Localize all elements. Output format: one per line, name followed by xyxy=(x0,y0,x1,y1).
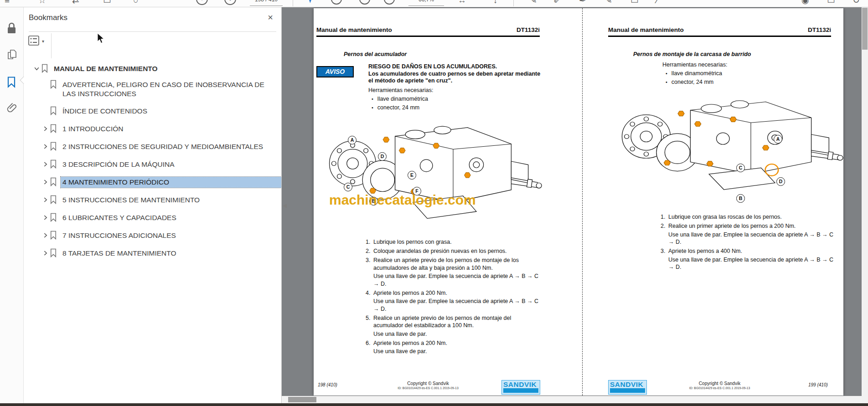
panel-toggle-icon[interactable]: ≡ xyxy=(5,0,10,5)
pages-icon[interactable] xyxy=(6,49,17,62)
bookmarks-icon[interactable] xyxy=(6,76,16,90)
bookmark-label[interactable]: 5 INSTRUCCIONES DE MANTENIMIENTO xyxy=(61,195,202,206)
document-id: ID: BG01014429 es-ES C.001.1 2019-09-13 xyxy=(608,386,831,390)
toolbar-separator xyxy=(293,0,293,6)
draw-icon[interactable]: ✒ xyxy=(579,0,586,5)
bookmark-flag-icon xyxy=(50,141,61,153)
page-left: Manual de mantenimiento DT1132i Pernos d… xyxy=(314,8,582,396)
bookmark-label[interactable]: 6 LUBRICANTES Y CAPACIDADES xyxy=(61,212,178,223)
bookmark-label[interactable]: ÍNDICE DE CONTENIDOS xyxy=(61,106,149,117)
zoom-in-icon[interactable] xyxy=(384,0,395,5)
vertical-scrollbar[interactable] xyxy=(862,7,868,403)
media-icon[interactable]: ▭ xyxy=(827,0,835,5)
print-icon[interactable]: ▭ xyxy=(103,0,111,5)
chevron-icon[interactable] xyxy=(42,177,50,187)
bookmark-label[interactable]: 2 INSTRUCCIONES DE SEGURIDAD Y MEDIOAMBI… xyxy=(61,141,265,152)
step-number: 2. xyxy=(661,222,668,246)
search-icon[interactable]: ○ xyxy=(133,0,138,5)
bookmark-item[interactable]: ÍNDICE DE CONTENIDOS xyxy=(24,106,281,117)
star-icon[interactable]: ☆ xyxy=(38,0,46,5)
sign-icon[interactable]: ✎ xyxy=(605,0,612,5)
step-number: 6. xyxy=(366,339,373,355)
bookmark-label[interactable]: 7 INSTRUCCIONES ADICIONALES xyxy=(61,230,178,241)
step-number: 1. xyxy=(661,213,668,221)
bookmark-item[interactable]: 1 INTRODUCCIÓN xyxy=(24,123,281,135)
chevron-icon[interactable] xyxy=(42,159,50,169)
bookmark-options-button[interactable]: ▾ xyxy=(28,35,48,49)
step-number: 3. xyxy=(366,257,373,288)
notice-badge: AVISO xyxy=(316,66,354,77)
rotate-icon[interactable]: ↻ xyxy=(852,0,860,5)
close-icon[interactable]: × xyxy=(268,12,273,23)
scroll-mode-icon[interactable]: ↓ xyxy=(493,0,498,5)
page-up-icon[interactable]: ↑ xyxy=(196,0,208,5)
step-text: Coloque arandelas de presión nuevas en l… xyxy=(373,247,507,255)
share-icon[interactable]: ⇄ xyxy=(72,0,79,5)
profile-icon[interactable]: ◉ xyxy=(801,0,809,5)
chevron-icon[interactable] xyxy=(34,63,41,73)
fit-width-icon[interactable]: ↔ xyxy=(458,0,466,5)
chevron-icon[interactable] xyxy=(42,230,50,240)
page-header-title: Manual de mantenimiento xyxy=(608,26,684,33)
horizontal-scroll-thumb[interactable] xyxy=(288,397,316,402)
bookmark-item[interactable]: 2 INSTRUCCIONES DE SEGURIDAD Y MEDIOAMBI… xyxy=(24,141,281,153)
chevron-icon[interactable] xyxy=(42,212,50,222)
bookmark-label[interactable]: MANUAL DE MANTENIMIENTO xyxy=(52,63,160,74)
bookmark-flag-icon xyxy=(50,106,61,117)
rail-divider xyxy=(23,7,24,403)
bookmark-item[interactable]: 8 TARJETAS DE MANTENIMIENTO xyxy=(24,248,281,259)
bookmark-flag-icon xyxy=(50,248,61,259)
bookmark-label[interactable]: 1 INTRODUCCIÓN xyxy=(61,123,125,134)
left-icon-rail xyxy=(0,7,23,403)
document-area[interactable]: Manual de mantenimiento DT1132i Pernos d… xyxy=(282,7,862,403)
zoom-level-field[interactable]: 66,7% xyxy=(408,0,444,6)
bookmark-item[interactable]: 7 INSTRUCCIONES ADICIONALES xyxy=(24,230,281,242)
options-separator xyxy=(51,33,52,58)
highlight-icon[interactable]: ✐ xyxy=(553,0,561,5)
bookmark-item[interactable]: 5 INSTRUCCIONES DE MANTENIMIENTO xyxy=(24,195,281,206)
bookmark-label[interactable]: 4 MANTENIMIENTO PERIÓDICO xyxy=(61,177,281,188)
step-text: Realice un apriete previo de los pernos … xyxy=(373,314,542,329)
lock-icon[interactable] xyxy=(6,22,17,36)
stamp-icon[interactable]: ▭ xyxy=(630,0,639,5)
attachment-icon[interactable] xyxy=(6,102,18,116)
sandvik-logo-text: SANDVIK xyxy=(503,381,538,388)
zoom-out-icon[interactable] xyxy=(359,0,370,5)
bookmark-item[interactable]: MANUAL DE MANTENIMIENTO xyxy=(24,63,281,75)
select-tool-icon[interactable] xyxy=(308,0,313,3)
chevron-icon[interactable] xyxy=(42,195,50,205)
page-number-field[interactable]: 198 / 410 xyxy=(250,0,283,6)
chevron-icon[interactable] xyxy=(42,123,50,134)
page-right: Manual de mantenimiento DT1132i Pernos d… xyxy=(583,8,843,396)
chevron-icon[interactable] xyxy=(42,248,50,258)
bookmark-item[interactable]: 4 MANTENIMIENTO PERIÓDICO xyxy=(24,177,281,188)
page-down-icon[interactable]: ↓ xyxy=(224,0,236,5)
collapse-panel-icon[interactable]: ◀ xyxy=(283,202,287,209)
bookmark-label[interactable]: 8 TARJETAS DE MANTENIMIENTO xyxy=(61,248,178,259)
pan-tool-icon[interactable] xyxy=(331,0,342,5)
step-text: Lubrique con grasa las roscas de los per… xyxy=(668,213,782,221)
bookmark-item[interactable]: 3 DESCRIPCIÓN DE LA MÁQUINA xyxy=(24,159,281,170)
bookmark-item[interactable]: ADVERTENCIA, PELIGRO EN CASO DE INOBSERV… xyxy=(24,79,281,99)
instruction-step: 3.Apriete los pernos a 400 Nm.Use una ll… xyxy=(661,247,839,271)
bookmarks-panel: Bookmarks × ▾ MANUAL DE MANTENIMIENTOADV… xyxy=(24,7,281,403)
bullet: • xyxy=(372,96,373,102)
vertical-scroll-thumb[interactable] xyxy=(862,8,868,50)
step-number: 1. xyxy=(366,238,373,246)
instruction-step: 2.Coloque arandelas de presión nuevas en… xyxy=(366,247,542,255)
bookmark-flag-icon xyxy=(50,123,61,135)
panel-splitter[interactable] xyxy=(281,7,282,403)
bookmark-item[interactable]: 6 LUBRICANTES Y CAPACIDADES xyxy=(24,212,281,224)
measure-icon[interactable]: ∕ xyxy=(656,0,658,5)
sandvik-logo-link[interactable]: SANDVIK xyxy=(501,380,540,395)
top-toolbar: ≡☆⇄▭○↑↓198 / 41066,7%↔↓✎✐✒✎▭∕◉▭↻ xyxy=(0,0,868,7)
instruction-step: 3.Realice un apriete previo de los perno… xyxy=(366,257,542,288)
chevron-icon[interactable] xyxy=(42,141,50,151)
page-header-model: DT1132i xyxy=(808,26,831,33)
diagram-label-D: D xyxy=(378,152,387,161)
tools-heading: Herramientas necesarias: xyxy=(368,87,433,93)
comment-icon[interactable]: ✎ xyxy=(530,0,537,5)
horizontal-scrollbar[interactable] xyxy=(282,396,862,403)
bookmark-label[interactable]: ADVERTENCIA, PELIGRO EN CASO DE INOBSERV… xyxy=(61,79,281,99)
bookmark-label[interactable]: 3 DESCRIPCIÓN DE LA MÁQUINA xyxy=(61,159,176,170)
